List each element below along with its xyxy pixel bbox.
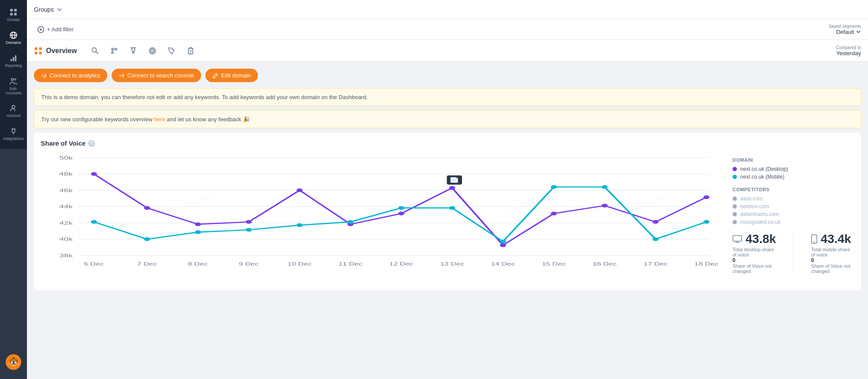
tabbar: Overview — [27, 40, 868, 62]
add-filter-button[interactable]: + Add filter — [34, 24, 77, 35]
keywords-alert-banner: Try our new configurable keywords overvi… — [34, 110, 861, 128]
competitors-legend-title: Competitors — [733, 187, 854, 192]
mobile-dot — [500, 239, 506, 243]
desktop-legend-dot — [733, 167, 737, 171]
keywords-message-suffix: and let us know any feedback 🎉 — [165, 116, 250, 123]
monitor-icon — [733, 235, 742, 243]
desktop-stat-change-label: Share of Voice not changed — [733, 263, 776, 274]
boohoo-legend-dot — [733, 204, 737, 209]
keywords-link[interactable]: here — [154, 116, 165, 123]
desktop-dot — [297, 188, 303, 192]
svg-text:16 Dec: 16 Dec — [593, 262, 617, 267]
asos-legend-label: asos.com — [740, 196, 762, 202]
missguided-legend-label: missguided.co.uk — [740, 219, 781, 225]
desktop-legend-label: next.co.uk (Desktop) — [740, 166, 788, 172]
sidebar-item-account[interactable]: Account — [0, 100, 27, 123]
sov-section: Share of Voice ? — [34, 133, 861, 290]
mobile-stat-block: 43.4k Total mobile share of voice 0 Shar… — [811, 232, 854, 274]
svg-point-11 — [15, 79, 16, 80]
topbar-breadcrumb: Groups — [34, 6, 63, 13]
app-logo: 🐯 — [4, 353, 23, 371]
breadcrumb-label: Groups — [34, 6, 54, 13]
desktop-stat-label: Total desktop share of voice — [733, 247, 776, 257]
plug-icon — [9, 127, 18, 136]
svg-rect-37 — [188, 48, 193, 54]
svg-text:15 Dec: 15 Dec — [542, 262, 566, 267]
sidebar: Groups Domains Reporting — [0, 0, 27, 379]
connect-search-console-button[interactable]: Connect to search console — [112, 69, 201, 82]
tooltip-icon-text: 📄 — [449, 177, 459, 183]
mobile-legend-dot — [733, 175, 737, 179]
mobile-icon — [811, 234, 817, 244]
sidebar-item-groups[interactable]: Groups — [0, 3, 27, 27]
saved-segments: Saved segments Default — [829, 24, 861, 35]
segment-dropdown-icon — [856, 29, 861, 34]
tab-search[interactable] — [87, 43, 103, 59]
keywords-message-prefix: Try our new configurable keywords overvi… — [41, 116, 154, 123]
tab-target[interactable] — [145, 43, 160, 59]
tab-trophy[interactable] — [125, 43, 141, 59]
mobile-stat-change: 0 — [811, 257, 854, 263]
desktop-legend-item: next.co.uk (Desktop) — [733, 166, 854, 172]
mobile-dot — [398, 206, 404, 210]
sidebar-item-groups-label: Groups — [7, 18, 20, 22]
saved-segments-value: Default — [836, 29, 854, 35]
breadcrumb-dropdown-icon[interactable] — [56, 7, 63, 13]
sidebar-item-domains[interactable]: Domains — [0, 27, 27, 50]
svg-point-27 — [115, 48, 117, 50]
sov-info-icon[interactable]: ? — [88, 140, 95, 147]
tab-tags[interactable] — [164, 43, 179, 59]
debenhams-legend-item: debenhams.com — [733, 211, 854, 217]
overview-icon — [34, 47, 43, 55]
svg-text:50k: 50k — [59, 155, 73, 161]
demo-alert-message: This is a demo domain, you can therefore… — [41, 94, 368, 100]
mobile-dot — [195, 230, 201, 234]
svg-point-28 — [112, 48, 113, 50]
sidebar-item-integrations[interactable]: Integrations — [0, 123, 27, 146]
tabbar-left: Overview — [34, 43, 198, 59]
svg-rect-3 — [14, 13, 17, 16]
sidebar-item-sub-accounts[interactable]: Sub-Accounts — [0, 73, 27, 100]
topbar: Groups — [27, 0, 868, 19]
mobile-stat-value: 43.4k — [821, 232, 851, 246]
svg-text:42k: 42k — [59, 220, 73, 226]
tiger-logo: 🐯 — [5, 353, 22, 371]
tab-analytics[interactable] — [106, 43, 122, 59]
svg-text:17 Dec: 17 Dec — [644, 262, 667, 267]
sidebar-item-domains-label: Domains — [6, 41, 21, 45]
overview-title: Overview — [34, 47, 77, 55]
compared-to-label: Compared to — [836, 45, 861, 50]
desktop-stat-value: 43.8k — [746, 232, 776, 246]
saved-segments-value-row[interactable]: Default — [836, 29, 861, 35]
overview-label: Overview — [46, 47, 77, 55]
connect-analytics-icon — [41, 73, 47, 79]
mobile-legend-item: next.co.uk (Mobile) — [733, 174, 854, 180]
sidebar-item-reporting[interactable]: Reporting — [0, 50, 27, 73]
missguided-legend-item: missguided.co.uk — [733, 219, 854, 225]
connect-analytics-button[interactable]: Connect to analytics — [34, 69, 107, 82]
analytics-tab-icon — [110, 47, 119, 55]
mobile-dot — [653, 237, 659, 241]
mobile-dot — [551, 185, 557, 189]
svg-rect-72 — [733, 236, 742, 241]
mobile-dot — [347, 220, 353, 224]
add-filter-label: + Add filter — [47, 26, 74, 33]
globe-icon — [9, 31, 18, 40]
edit-domain-button[interactable]: Edit domain — [205, 69, 258, 82]
sidebar-item-integrations-label: Integrations — [3, 137, 23, 141]
svg-point-26 — [112, 52, 113, 53]
svg-text:14 Dec: 14 Dec — [491, 262, 515, 267]
svg-text:6 Dec: 6 Dec — [84, 262, 104, 267]
desktop-stat-block: 43.8k Total desktop share of voice 0 Sha… — [733, 232, 776, 274]
saved-segments-label: Saved segments — [829, 24, 861, 29]
chart-legend-stats: Domain next.co.uk (Desktop) next.co.uk (… — [733, 153, 854, 283]
svg-point-10 — [11, 78, 13, 80]
target-tab-icon — [148, 47, 157, 55]
edit-domain-label: Edit domain — [221, 72, 251, 79]
mobile-stat-label: Total mobile share of voice — [811, 247, 854, 257]
mobile-dot — [297, 223, 303, 227]
svg-point-12 — [12, 106, 15, 109]
tab-clipboard[interactable] — [183, 43, 198, 59]
desktop-dot — [551, 212, 557, 216]
svg-rect-20 — [35, 47, 37, 50]
